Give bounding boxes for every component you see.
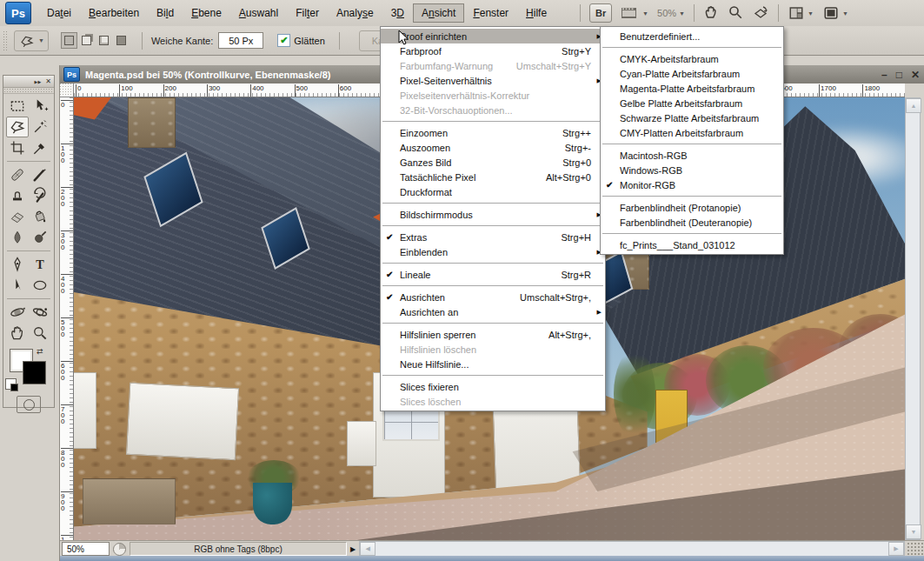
menu-item-macintosh-rgb[interactable]: Macintosh-RGB [601,148,783,163]
paint-bucket-tool[interactable] [29,206,51,227]
minimize-button[interactable]: – [881,69,887,81]
scroll-left-button[interactable]: ◀ [360,542,376,556]
intersect-selection-button[interactable] [113,32,130,49]
horizontal-scrollbar[interactable]: ◀ ▶ [359,541,905,557]
polygon-lasso-tool[interactable] [6,117,29,137]
healing-brush-tool[interactable] [6,164,29,185]
add-to-selection-button[interactable] [78,32,95,49]
3d-orbit-tool[interactable] [29,302,51,323]
menu-item-auszoomen[interactable]: AuszoomenStrg+- [381,140,605,155]
feather-input[interactable]: 50 Px [218,32,263,49]
collapse-panel-icon[interactable]: ▶▶ [35,79,42,84]
hand-tool[interactable] [6,323,29,344]
background-color-swatch[interactable] [23,361,46,384]
menu-item-ausrichten[interactable]: ✔AusrichtenUmschalt+Strg+, [381,290,605,304]
type-tool[interactable]: T [29,254,51,275]
bridge-button[interactable]: Br [589,3,612,23]
menubar-item-bearbeiten[interactable]: Bearbeiten [80,3,148,23]
panel-drag-grip[interactable] [3,88,54,94]
options-bar-grip[interactable] [3,30,9,51]
menubar-item-ansicht[interactable]: Ansicht [413,3,464,23]
menu-item-cmy-platten-arbeitsfarbraum[interactable]: CMY-Platten Arbeitsfarbraum [601,125,783,140]
default-colors-icon[interactable] [5,378,17,390]
menu-item-benutzerdefiniert[interactable]: Benutzerdefiniert... [601,29,783,43]
rectangular-marquee-tool[interactable] [6,96,29,117]
menu-item-ausrichten-an[interactable]: Ausrichten an▶ [381,304,605,319]
menubar-item-3d[interactable]: 3D [382,3,413,23]
resize-grip[interactable] [906,540,924,556]
menu-item-proof-einrichten[interactable]: Proof einrichten▶ [381,29,605,43]
menubar-item-analyse[interactable]: Analyse [328,3,382,23]
crop-tool[interactable] [6,137,29,158]
menubar-item-fenster[interactable]: Fenster [464,3,517,23]
zoom-tool-button[interactable] [728,4,743,22]
subtract-from-selection-button[interactable] [96,32,112,49]
menubar-item-datei[interactable]: Datei [38,3,80,23]
menu-item-farbenblindheit-protanopie[interactable]: Farbenblindheit (Protanopie) [601,200,783,215]
pen-tool[interactable] [6,254,29,275]
menu-item-32-bit-vorschauoptionen[interactable]: 32-Bit-Vorschauoptionen... [381,103,605,117]
left-ruler[interactable]: 01002003004005006007008009001000 [60,97,74,540]
scroll-up-button[interactable]: ▲ [906,98,921,113]
hand-tool-button[interactable] [703,4,719,22]
menubar-item-bild[interactable]: Bild [148,3,183,23]
blur-tool[interactable] [6,227,29,248]
rotate-view-button[interactable] [752,4,769,22]
brush-tool[interactable] [29,164,51,185]
menu-item-slices-l-schen[interactable]: Slices löschen [381,394,605,409]
menu-item-lineale[interactable]: ✔LinealeStrg+R [381,267,605,282]
zoom-level-control[interactable]: 50% ▼ [657,8,685,18]
arrange-documents-button[interactable]: ▼ [788,5,814,21]
close-panel-icon[interactable]: ✕ [45,77,51,85]
screen-mode-button[interactable]: ▼ [822,5,848,21]
menu-item-windows-rgb[interactable]: Windows-RGB [601,163,783,177]
scroll-right-button[interactable]: ▶ [888,542,904,556]
vertical-scrollbar[interactable]: ▲ ▼ [905,97,921,540]
menu-item-einblenden[interactable]: Einblenden▶ [381,244,605,259]
shape-ellipse-tool[interactable] [29,275,51,296]
eyedropper-tool[interactable] [29,137,51,158]
menu-item-monitor-rgb[interactable]: ✔Monitor-RGB [601,177,783,192]
magic-wand-tool[interactable] [29,117,51,137]
menu-item-farbumfang-warnung[interactable]: Farbumfang-WarnungUmschalt+Strg+Y [381,58,605,73]
menu-item-pixel-seitenverh-ltnis[interactable]: Pixel-Seitenverhältnis▶ [381,73,605,88]
close-button[interactable]: ✕ [911,69,920,81]
menu-item-pixelseitenverh-ltnis-korrektur[interactable]: Pixelseitenverhältnis-Korrektur [381,88,605,103]
quick-mask-button[interactable] [17,396,41,413]
menubar-item-ebene[interactable]: Ebene [183,3,230,23]
menu-item-gelbe-platte-arbeitsfarbraum[interactable]: Gelbe Platte Arbeitsfarbraum [601,96,783,110]
status-info-icon[interactable] [113,543,126,556]
history-brush-tool[interactable] [29,185,51,206]
menu-item-farbenblindheit-deuteranopie[interactable]: Farbenblindheit (Deuteranopie) [601,215,783,230]
menubar-item-filter[interactable]: Filter [287,3,328,23]
menu-item-hilfslinien-l-schen[interactable]: Hilfslinien löschen [381,342,605,357]
zoom-tool[interactable] [29,323,51,344]
menu-item-einzoomen[interactable]: EinzoomenStrg++ [381,125,605,140]
menubar-item-auswahl[interactable]: Auswahl [230,3,287,23]
eraser-tool[interactable] [6,206,29,227]
burn-tool[interactable] [29,227,51,248]
antialias-checkbox[interactable]: ✔ [277,34,290,47]
menu-item-ganzes-bild[interactable]: Ganzes BildStrg+0 [381,155,605,170]
menu-item-bildschirmmodus[interactable]: Bildschirmmodus▶ [381,207,605,222]
menu-item-slices-fixieren[interactable]: Slices fixieren [381,379,605,394]
menu-item-druckformat[interactable]: Druckformat [381,184,605,199]
path-selection-tool[interactable] [6,275,29,296]
move-tool[interactable] [29,96,51,117]
menu-item-extras[interactable]: ✔ExtrasStrg+H [381,230,605,244]
swap-colors-icon[interactable]: ⇄ [37,347,43,356]
ruler-origin-corner[interactable] [60,83,74,97]
menu-item-farbproof[interactable]: FarbproofStrg+Y [381,43,605,58]
menu-item-cyan-platte-arbeitsfarbraum[interactable]: Cyan-Platte Arbeitsfarbraum [601,66,783,81]
clone-stamp-tool[interactable] [6,185,29,206]
menu-item-schwarze-platte-arbeitsfarbraum[interactable]: Schwarze Platte Arbeitsfarbraum [601,110,783,125]
new-selection-button[interactable] [61,32,77,49]
menu-item-neue-hilfslinie[interactable]: Neue Hilfslinie... [381,357,605,371]
maximize-button[interactable]: □ [896,69,902,81]
status-menu-arrow[interactable]: ▶ [350,545,356,553]
menu-item-hilfslinien-sperren[interactable]: Hilfslinien sperrenAlt+Strg+, [381,327,605,342]
menu-item-magenta-platte-arbeitsfarbraum[interactable]: Magenta-Platte Arbeitsfarbraum [601,81,783,96]
scroll-down-button[interactable]: ▼ [906,524,921,539]
current-tool-preset[interactable]: ▼ [14,30,49,51]
3d-rotate-tool[interactable] [6,302,29,323]
